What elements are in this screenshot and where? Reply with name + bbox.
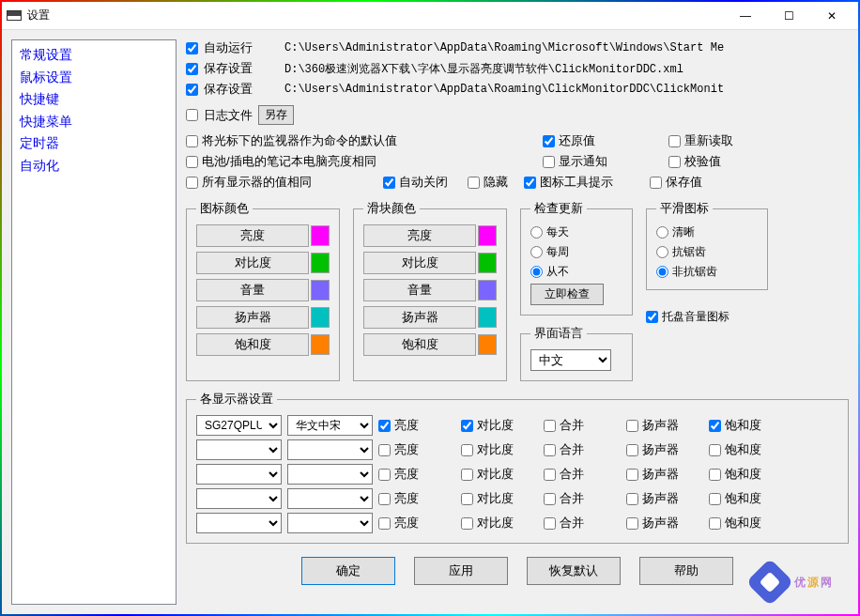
monitor-font-select-4[interactable] bbox=[287, 513, 373, 533]
option-check-2-3[interactable] bbox=[524, 177, 536, 189]
settings-window: 设置 — ☐ ✕ 常规设置鼠标设置快捷键快捷菜单定时器自动化 自动运行 C:\U… bbox=[2, 2, 858, 614]
sidebar-item-5[interactable]: 自动化 bbox=[14, 155, 174, 177]
monitor-check-1-3[interactable] bbox=[626, 444, 638, 456]
monitor-font-select-0[interactable]: 华文中宋 bbox=[287, 415, 373, 436]
log-file-save-button[interactable]: 另存 bbox=[258, 105, 294, 125]
monitor-check-0-2[interactable] bbox=[544, 420, 556, 432]
option-label-0-2: 重新读取 bbox=[684, 132, 733, 149]
monitor-check-3-3[interactable] bbox=[626, 493, 638, 505]
option-label-0-0: 将光标下的监视器作为命令的默认值 bbox=[202, 132, 397, 149]
option-label-0-1: 还原值 bbox=[559, 132, 595, 149]
option-check-1-1[interactable] bbox=[543, 156, 555, 168]
maximize-button[interactable]: ☐ bbox=[767, 3, 810, 29]
minimize-button[interactable]: — bbox=[724, 3, 767, 29]
monitor-check-4-2[interactable] bbox=[544, 517, 556, 530]
check-now-button[interactable]: 立即检查 bbox=[530, 284, 604, 305]
monitor-check-2-0[interactable] bbox=[378, 469, 391, 481]
monitor-check-0-0[interactable] bbox=[378, 420, 391, 432]
monitor-name-select-3[interactable] bbox=[196, 488, 282, 509]
update-radio-2[interactable] bbox=[530, 266, 543, 278]
monitor-check-4-4[interactable] bbox=[709, 517, 721, 530]
update-radio-0[interactable] bbox=[530, 226, 543, 239]
icon-color-label-2: 音量 bbox=[196, 279, 309, 301]
monitor-check-1-2[interactable] bbox=[544, 444, 556, 456]
watermark-icon bbox=[746, 559, 794, 607]
smooth-radio-1[interactable] bbox=[656, 246, 668, 258]
option-check-1-0[interactable] bbox=[186, 156, 198, 168]
help-button[interactable]: 帮助 bbox=[639, 557, 733, 585]
ok-button[interactable]: 确定 bbox=[301, 557, 395, 585]
close-button[interactable]: ✕ bbox=[810, 3, 853, 29]
monitor-check-1-0[interactable] bbox=[378, 444, 391, 456]
monitor-font-select-1[interactable] bbox=[287, 439, 373, 460]
option-check-0-2[interactable] bbox=[668, 135, 681, 147]
monitor-check-2-3[interactable] bbox=[626, 469, 638, 481]
sidebar-item-3[interactable]: 快捷菜单 bbox=[14, 111, 174, 133]
update-radio-1[interactable] bbox=[530, 246, 543, 258]
tray-volume-checkbox[interactable] bbox=[646, 311, 658, 323]
monitor-name-select-2[interactable] bbox=[196, 464, 282, 485]
tray-volume-label: 托盘音量图标 bbox=[662, 309, 729, 325]
monitor-check-0-1[interactable] bbox=[461, 420, 473, 432]
slider-color-swatch-1[interactable] bbox=[478, 253, 497, 273]
option-check-1-2[interactable] bbox=[668, 156, 681, 168]
icon-color-swatch-3[interactable] bbox=[311, 307, 330, 328]
restore-defaults-button[interactable]: 恢复默认 bbox=[527, 557, 621, 585]
option-label-2-1: 自动关闭 bbox=[399, 174, 448, 191]
log-file-checkbox[interactable] bbox=[186, 109, 198, 121]
sidebar-item-4[interactable]: 定时器 bbox=[14, 132, 174, 155]
monitor-check-3-4[interactable] bbox=[709, 493, 721, 505]
monitor-check-4-0[interactable] bbox=[378, 517, 391, 530]
monitor-name-select-0[interactable]: SG27QPLUS bbox=[196, 415, 282, 436]
monitor-check-1-1[interactable] bbox=[461, 444, 473, 456]
option-check-2-2[interactable] bbox=[468, 177, 480, 189]
icon-color-swatch-2[interactable] bbox=[311, 280, 330, 300]
sidebar-item-1[interactable]: 鼠标设置 bbox=[14, 67, 174, 89]
icon-color-swatch-1[interactable] bbox=[311, 253, 330, 273]
monitor-check-4-1[interactable] bbox=[461, 517, 473, 530]
apply-button[interactable]: 应用 bbox=[414, 557, 508, 585]
monitor-check-2-2[interactable] bbox=[544, 469, 556, 481]
monitor-check-0-4[interactable] bbox=[709, 420, 721, 432]
slider-colors-legend: 滑块颜色 bbox=[363, 200, 420, 217]
option-check-2-4[interactable] bbox=[650, 177, 662, 189]
monitor-font-select-2[interactable] bbox=[287, 464, 373, 485]
slider-colors-fieldset: 滑块颜色 亮度 对比度 音量 扬声器 饱和度 bbox=[353, 200, 507, 381]
option-check-0-0[interactable] bbox=[186, 135, 198, 147]
monitor-check-2-4[interactable] bbox=[709, 469, 721, 481]
smooth-icons-legend: 平滑图标 bbox=[656, 200, 713, 217]
monitor-check-3-0[interactable] bbox=[378, 493, 391, 505]
monitor-name-select-4[interactable] bbox=[196, 513, 282, 533]
sidebar-item-2[interactable]: 快捷键 bbox=[14, 88, 174, 111]
monitor-check-2-1[interactable] bbox=[461, 469, 473, 481]
slider-color-swatch-3[interactable] bbox=[478, 307, 497, 328]
update-check-fieldset: 检查更新 每天每周从不 立即检查 bbox=[520, 200, 633, 316]
path-text-0: C:\Users\Administrator\AppData\Roaming\M… bbox=[284, 41, 724, 54]
monitor-check-0-3[interactable] bbox=[626, 420, 638, 432]
option-label-2-4: 保存值 bbox=[666, 174, 702, 191]
option-check-2-0[interactable] bbox=[186, 177, 198, 189]
smooth-radio-2[interactable] bbox=[656, 266, 668, 278]
slider-color-swatch-2[interactable] bbox=[478, 280, 497, 300]
top-check-1[interactable] bbox=[186, 63, 198, 75]
monitor-check-4-3[interactable] bbox=[626, 517, 638, 530]
path-text-2: C:\Users\Administrator\AppData\Roaming\C… bbox=[284, 83, 724, 96]
monitor-check-3-1[interactable] bbox=[461, 493, 473, 505]
option-check-2-1[interactable] bbox=[383, 177, 395, 189]
icon-color-swatch-0[interactable] bbox=[311, 225, 330, 246]
monitor-name-select-1[interactable] bbox=[196, 439, 282, 460]
monitor-check-1-4[interactable] bbox=[709, 444, 721, 456]
top-check-0[interactable] bbox=[186, 42, 198, 54]
smooth-radio-0[interactable] bbox=[656, 226, 668, 239]
language-fieldset: 界面语言 中文 bbox=[520, 325, 633, 381]
sidebar-item-0[interactable]: 常规设置 bbox=[14, 44, 174, 67]
top-check-2[interactable] bbox=[186, 84, 198, 96]
slider-color-swatch-0[interactable] bbox=[478, 225, 497, 246]
icon-color-swatch-4[interactable] bbox=[311, 334, 330, 355]
option-check-0-1[interactable] bbox=[543, 135, 555, 147]
option-label-2-0: 所有显示器的值相同 bbox=[202, 174, 312, 191]
language-select[interactable]: 中文 bbox=[530, 349, 611, 371]
slider-color-swatch-4[interactable] bbox=[478, 334, 497, 355]
monitor-check-3-2[interactable] bbox=[544, 493, 556, 505]
monitor-font-select-3[interactable] bbox=[287, 488, 373, 509]
